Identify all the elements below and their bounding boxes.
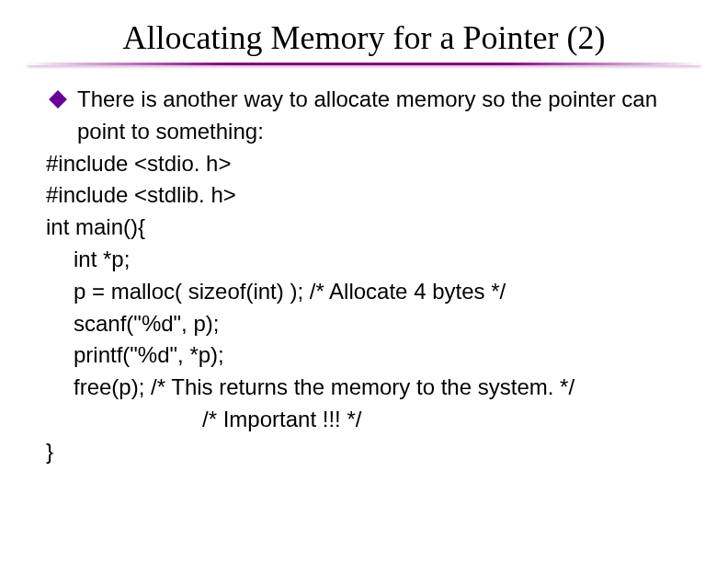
code-line-declare-p: int *p; bbox=[74, 244, 682, 276]
code-line-important: /* Important !!! */ bbox=[202, 404, 682, 436]
code-line-main: int main(){ bbox=[46, 212, 682, 244]
bullet-text: There is another way to allocate memory … bbox=[77, 84, 682, 148]
code-line-include-stdlib: #include <stdlib. h> bbox=[46, 179, 682, 212]
slide-title: Allocating Memory for a Pointer (2) bbox=[46, 18, 682, 57]
code-line-include-stdio: #include <stdio. h> bbox=[46, 148, 682, 180]
bullet-item: There is another way to allocate memory … bbox=[46, 84, 682, 148]
diamond-bullet-icon bbox=[49, 90, 67, 109]
code-line-printf: printf("%d", *p); bbox=[74, 339, 682, 372]
slide-content: There is another way to allocate memory … bbox=[46, 84, 682, 468]
title-underline bbox=[28, 63, 700, 65]
code-line-malloc: p = malloc( sizeof(int) ); /* Allocate 4… bbox=[74, 276, 682, 308]
code-line-free: free(p); /* This returns the memory to t… bbox=[74, 372, 682, 404]
code-line-close-brace: } bbox=[46, 436, 682, 468]
code-line-scanf: scanf("%d", p); bbox=[74, 308, 682, 340]
